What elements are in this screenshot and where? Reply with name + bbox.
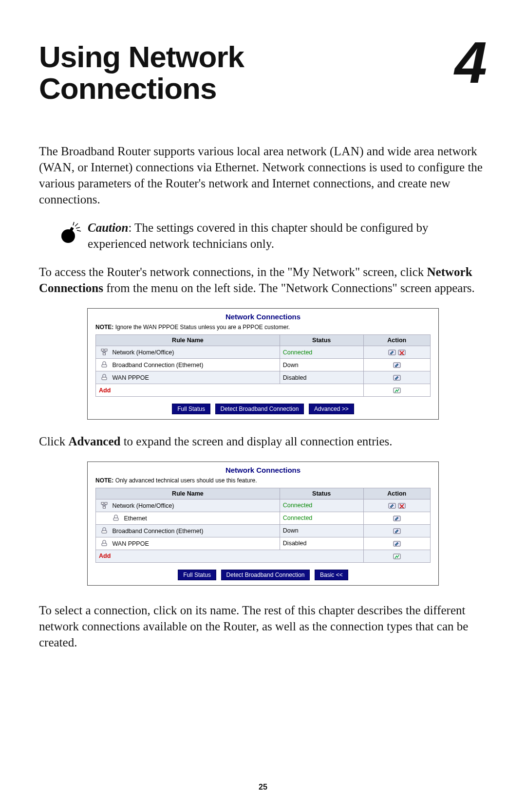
svg-rect-11 (102, 365, 107, 367)
col-rule-name: Rule Name (96, 488, 280, 499)
status-cell: Connected (280, 512, 363, 524)
basic-button[interactable]: Basic << (315, 570, 348, 580)
screenshot-note: NOTE: Only advanced technical users shou… (88, 476, 438, 488)
add-action-icon[interactable] (363, 550, 430, 562)
col-rule-name: Rule Name (96, 335, 280, 346)
table-row: Broadband Connection (Ethernet)Down (96, 359, 431, 371)
screenshot-note: NOTE: Ignore the WAN PPPOE Status unless… (88, 323, 438, 334)
add-row[interactable]: Add (96, 384, 364, 397)
action-cell[interactable] (363, 512, 430, 524)
status-cell: Down (280, 359, 363, 371)
full-status-button[interactable]: Full Status (178, 570, 216, 580)
rule-name-cell[interactable]: Network (Home/Office) (96, 499, 280, 512)
bomb-icon (58, 221, 83, 249)
action-cell[interactable] (363, 346, 430, 359)
svg-rect-13 (102, 377, 107, 380)
svg-rect-17 (105, 502, 107, 504)
rule-name-cell[interactable]: Network (Home/Office) (96, 346, 280, 359)
table-row: WAN PPPOEDisabled (96, 371, 431, 384)
advanced-paragraph: Click Advanced to expand the screen and … (39, 433, 487, 449)
screenshot-title: Network Connections (88, 313, 438, 321)
chapter-number: 4 (454, 36, 487, 89)
table-row: EthernetConnected (96, 512, 431, 524)
svg-line-2 (75, 223, 78, 226)
screenshot-advanced: Network Connections NOTE: Only advanced … (87, 461, 439, 586)
svg-rect-16 (101, 502, 104, 504)
action-cell[interactable] (363, 371, 430, 384)
advanced-button[interactable]: Advanced >> (309, 404, 354, 414)
rule-name-cell[interactable]: Broadband Connection (Ethernet) (96, 524, 280, 537)
svg-line-3 (76, 227, 80, 228)
chapter-title: Using Network Connections (39, 41, 244, 104)
status-cell: Connected (280, 346, 363, 359)
table-row: WAN PPPOEDisabled (96, 537, 431, 550)
screenshot-title: Network Connections (88, 466, 438, 474)
action-cell[interactable] (363, 524, 430, 537)
table-row: Broadband Connection (Ethernet)Down (96, 524, 431, 537)
button-row: Full Status Detect Broadband Connection … (88, 404, 438, 414)
connections-table: Rule Name Status Action Network (Home/Of… (95, 488, 431, 563)
add-row[interactable]: Add (96, 550, 364, 562)
svg-point-0 (61, 229, 75, 243)
caution-block: Caution: The settings covered in this ch… (58, 220, 487, 252)
access-paragraph: To access the Router's network connectio… (39, 264, 487, 296)
action-cell[interactable] (363, 359, 430, 371)
table-row: Network (Home/Office)Connected (96, 499, 431, 512)
svg-rect-21 (113, 518, 118, 520)
caution-text: Caution: The settings covered in this ch… (88, 220, 443, 252)
chapter-title-line2: Connections (39, 72, 216, 105)
chapter-title-line1: Using Network (39, 40, 244, 74)
rule-name-cell[interactable]: WAN PPPOE (96, 371, 280, 384)
svg-line-5 (77, 230, 81, 231)
svg-rect-25 (102, 543, 107, 546)
rule-name-cell[interactable]: Ethernet (96, 512, 280, 524)
rule-name-cell[interactable]: WAN PPPOE (96, 537, 280, 550)
screenshot-basic: Network Connections NOTE: Ignore the WAN… (87, 308, 439, 420)
closing-paragraph: To select a connection, click on its nam… (39, 602, 487, 650)
svg-rect-18 (103, 506, 106, 508)
full-status-button[interactable]: Full Status (172, 404, 210, 414)
add-action-icon[interactable] (363, 384, 430, 397)
col-status: Status (280, 335, 363, 346)
intro-paragraph: The Broadband Router supports various lo… (39, 143, 487, 207)
status-cell: Disabled (280, 371, 363, 384)
col-status: Status (280, 488, 363, 499)
svg-rect-6 (101, 349, 104, 351)
col-action: Action (363, 335, 430, 346)
col-action: Action (363, 488, 430, 499)
page-number: 25 (0, 783, 526, 792)
detect-broadband-button[interactable]: Detect Broadband Connection (221, 570, 310, 580)
connections-table: Rule Name Status Action Network (Home/Of… (95, 334, 431, 397)
status-cell: Connected (280, 499, 363, 512)
detect-broadband-button[interactable]: Detect Broadband Connection (215, 404, 304, 414)
svg-rect-23 (102, 531, 107, 533)
table-body: Network (Home/Office)Connected Broadband… (96, 346, 431, 384)
status-cell: Disabled (280, 537, 363, 550)
status-cell: Down (280, 524, 363, 537)
svg-line-4 (73, 222, 74, 225)
svg-rect-7 (105, 349, 107, 351)
add-link[interactable]: Add (99, 387, 111, 394)
table-body: Network (Home/Office)Connected EthernetC… (96, 499, 431, 550)
add-link[interactable]: Add (99, 553, 111, 559)
table-row: Network (Home/Office)Connected (96, 346, 431, 359)
button-row: Full Status Detect Broadband Connection … (88, 570, 438, 580)
svg-rect-8 (103, 353, 106, 355)
action-cell[interactable] (363, 499, 430, 512)
chapter-header: Using Network Connections 4 (39, 41, 487, 104)
rule-name-cell[interactable]: Broadband Connection (Ethernet) (96, 359, 280, 371)
action-cell[interactable] (363, 537, 430, 550)
